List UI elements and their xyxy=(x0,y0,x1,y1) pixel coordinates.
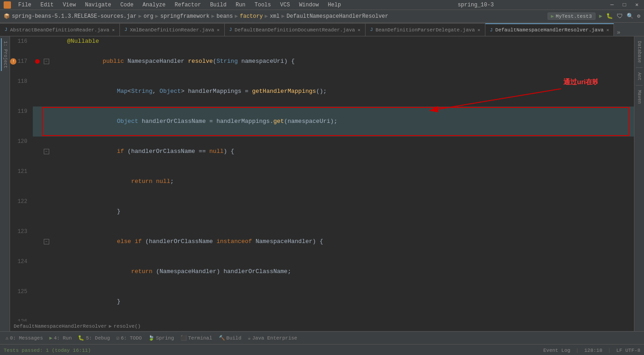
line-gutter-117 xyxy=(33,46,42,76)
line-number-121: 121 xyxy=(10,167,33,197)
close-button[interactable]: ✕ xyxy=(634,0,640,9)
run-config-icon: ▶ xyxy=(551,13,554,19)
tab-default-ns-resolver[interactable]: J DefaultNamespaceHandlerResolver.java ✕ xyxy=(485,23,614,36)
line-number-119: 119 xyxy=(10,106,33,137)
terminal-tab[interactable]: ⬛ Terminal xyxy=(179,334,214,342)
method-class[interactable]: DefaultNamespaceHandlerResolver xyxy=(14,324,107,329)
messages-tab[interactable]: ⚠ 0: Messages xyxy=(4,334,45,342)
sidebar-ant[interactable]: Ant xyxy=(636,68,643,86)
coverage-button[interactable]: 🛡 xyxy=(617,13,623,20)
tab-label3: DefaultBeanDefinitionDocumentReader.java xyxy=(235,27,355,33)
run-button[interactable]: ▶ xyxy=(599,13,603,20)
breadcrumb-jar[interactable]: spring-beans-5.1.3.RELEASE-sources.jar xyxy=(12,13,137,20)
fold-gutter-126: − xyxy=(42,317,51,321)
minimize-button[interactable]: — xyxy=(608,1,615,9)
fold-120[interactable]: − xyxy=(44,149,49,154)
tab-abstract-bean[interactable]: J AbstractBeanDefinitionReader.java ✕ xyxy=(0,23,120,36)
line-code-125: } xyxy=(51,287,634,317)
tab-close-icon3[interactable]: ✕ xyxy=(358,27,361,33)
line-code-124: return (NamespaceHandler) handlerOrClass… xyxy=(51,257,634,287)
file-encoding: LF UTF-8 xyxy=(616,348,640,353)
fold-gutter-116 xyxy=(42,36,51,46)
right-sidebar-panels: Database Ant Maven xyxy=(634,36,644,331)
build-tab[interactable]: 🔨 Build xyxy=(217,334,243,342)
fold-gutter-118 xyxy=(42,76,51,106)
menu-edit[interactable]: Edit xyxy=(39,1,56,9)
tab-close-icon4[interactable]: ✕ xyxy=(478,27,480,33)
messages-label: 0: Messages xyxy=(10,335,43,341)
tab-close-icon5[interactable]: ✕ xyxy=(606,27,609,33)
line-number-123: 123 xyxy=(10,227,33,257)
menu-refactor[interactable]: Refactor xyxy=(173,1,203,9)
code-line-117: ! 117 − public NamespaceHandler resolve(… xyxy=(10,46,634,76)
tabs-overflow-icon[interactable]: » xyxy=(614,29,623,36)
method-name[interactable]: resolve() xyxy=(113,324,140,329)
breadcrumb-xml[interactable]: xml xyxy=(270,13,280,20)
menu-help[interactable]: Help xyxy=(326,1,343,9)
event-log[interactable]: Event Log xyxy=(543,348,570,353)
line-number-117: ! 117 xyxy=(10,46,33,76)
run-icon: ▶ xyxy=(49,335,52,341)
line-code-126: else { xyxy=(51,317,634,321)
settings-button[interactable]: ⚙ xyxy=(637,13,640,20)
run-label: 4: Run xyxy=(54,335,72,341)
tab-bean-def-parser[interactable]: J BeanDefinitionParserDelegate.java ✕ xyxy=(366,23,485,36)
run-config-selector[interactable]: ▶ MyTest.test3 xyxy=(547,12,596,20)
breadcrumb-org[interactable]: org xyxy=(144,13,154,20)
todo-tab[interactable]: ☑ 6: TODO xyxy=(114,334,144,342)
run-tab[interactable]: ▶ 4: Run xyxy=(47,334,73,342)
tab-close-icon[interactable]: ✕ xyxy=(112,27,115,33)
spring-tab[interactable]: 🍃 Spring xyxy=(146,334,176,342)
sidebar-database[interactable]: Database xyxy=(636,36,643,68)
menu-window[interactable]: Window xyxy=(297,1,320,9)
menu-tools[interactable]: Tools xyxy=(253,1,273,9)
terminal-label: Terminal xyxy=(188,335,212,341)
menu-code[interactable]: Code xyxy=(118,1,135,9)
left-sidebar: 1: Project xyxy=(0,36,10,331)
fold-gutter-125 xyxy=(42,287,51,317)
tab-default-bean-def[interactable]: J DefaultBeanDefinitionDocumentReader.ja… xyxy=(225,23,366,36)
editor-area: 通过uri在映射关系内找到处理类 116 @Nullable ! 117 xyxy=(10,36,634,331)
code-line-124: 124 return (NamespaceHandler) handlerOrC… xyxy=(10,257,634,287)
menu-run[interactable]: Run xyxy=(234,1,247,9)
breadcrumb-beans[interactable]: beans xyxy=(216,13,233,20)
code-line-118: 118 Map<String, Object> handlerMappings … xyxy=(10,76,634,106)
spring-icon: 🍃 xyxy=(148,335,155,341)
line-code-123: else if (handlerOrClassName instanceof N… xyxy=(51,227,634,257)
breadcrumb-springframework[interactable]: springframework xyxy=(160,13,210,20)
tab-xml-bean[interactable]: J XmlBeanDefinitionReader.java ✕ xyxy=(120,23,225,36)
line-number-118: 118 xyxy=(10,76,33,106)
line-gutter-119 xyxy=(33,106,42,137)
fold-123[interactable]: − xyxy=(44,239,49,244)
project-title: spring_10-3 xyxy=(456,1,495,9)
java-file-icon3: J xyxy=(229,27,232,32)
debug-icon: 🐛 xyxy=(78,335,84,341)
fold-117[interactable]: − xyxy=(44,59,49,64)
menu-navigate[interactable]: Navigate xyxy=(83,1,113,9)
breadcrumb-factory[interactable]: factory xyxy=(240,13,263,20)
search-everywhere-button[interactable]: 🔍 xyxy=(627,13,634,20)
breadcrumb-class[interactable]: DefaultNamespaceHandlerResolver xyxy=(287,13,388,20)
tab-close-icon2[interactable]: ✕ xyxy=(217,27,220,33)
menu-analyze[interactable]: Analyze xyxy=(141,1,167,9)
sidebar-maven[interactable]: Maven xyxy=(636,86,643,108)
line-number-126: 126 xyxy=(10,317,33,321)
maximize-button[interactable]: □ xyxy=(621,1,628,9)
menu-file[interactable]: File xyxy=(16,1,33,9)
line-gutter-126 xyxy=(33,317,42,321)
debug-button[interactable]: 🐛 xyxy=(606,13,613,20)
sidebar-project[interactable]: 1: Project xyxy=(1,38,9,71)
fold-gutter-119 xyxy=(42,106,51,137)
menu-view[interactable]: View xyxy=(61,1,78,9)
code-view: 通过uri在映射关系内找到处理类 116 @Nullable ! 117 xyxy=(10,36,634,321)
menu-build[interactable]: Build xyxy=(208,1,228,9)
enterprise-tab[interactable]: ☕ Java Enterprise xyxy=(246,334,299,342)
build-icon: 🔨 xyxy=(219,335,225,341)
status-bar: Tests passed: 1 (today 16:11) Event Log … xyxy=(0,344,644,355)
fold-gutter-122 xyxy=(42,197,51,227)
menu-vcs[interactable]: VCS xyxy=(278,1,292,9)
debug-tab[interactable]: 🐛 5: Debug xyxy=(76,334,112,342)
tab-label4: BeanDefinitionParserDelegate.java xyxy=(376,27,475,33)
tab-label: AbstractBeanDefinitionReader.java xyxy=(10,27,109,33)
line-code-116: @Nullable xyxy=(51,36,634,46)
